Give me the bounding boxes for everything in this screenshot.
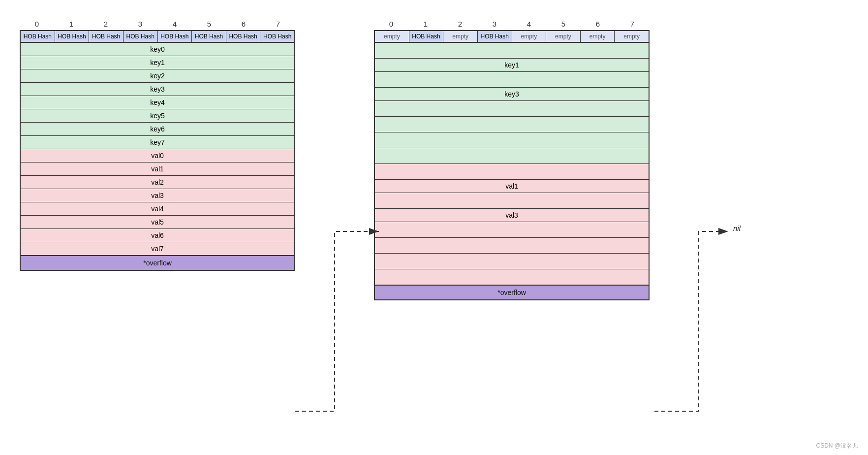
- left-key-row-6: key6: [21, 123, 294, 136]
- right-val-row-2: [375, 193, 649, 209]
- right-index-3: 3: [477, 20, 512, 28]
- right-hob-4: empty: [512, 31, 547, 42]
- right-key-row-0: [375, 43, 649, 59]
- left-val-row-3: val3: [21, 189, 294, 202]
- right-key-row-5: [375, 117, 649, 132]
- left-val-row-7: val7: [21, 242, 294, 256]
- left-key-row-7: key7: [21, 136, 294, 149]
- right-val-row-5: [375, 238, 649, 254]
- left-val-3: val3: [21, 189, 294, 202]
- right-key-2: [375, 72, 649, 87]
- right-hob-2: empty: [443, 31, 478, 42]
- right-key-row-4: [375, 101, 649, 117]
- left-key-row-3: key3: [21, 83, 294, 96]
- right-index-1: 1: [408, 20, 443, 28]
- right-key-1: key1: [375, 59, 649, 71]
- left-hob-0: HOB Hash: [21, 31, 55, 42]
- left-val-row-2: val2: [21, 176, 294, 189]
- left-hob-4: HOB Hash: [158, 31, 192, 42]
- left-bucket-table: HOB Hash HOB Hash HOB Hash HOB Hash HOB …: [20, 30, 295, 271]
- left-key-3: key3: [21, 83, 294, 96]
- right-key-4: [375, 101, 649, 116]
- right-val-1: val1: [375, 180, 649, 193]
- left-index-1: 1: [54, 20, 89, 28]
- left-index-0: 0: [20, 20, 54, 28]
- right-hob-3: HOB Hash: [478, 31, 512, 42]
- right-overflow: *overflow: [375, 286, 649, 299]
- left-index-7: 7: [261, 20, 295, 28]
- left-index-5: 5: [192, 20, 226, 28]
- left-val-row-1: val1: [21, 162, 294, 176]
- left-key-0: key0: [21, 43, 294, 56]
- right-hob-5: empty: [546, 31, 581, 42]
- left-key-row-0: key0: [21, 43, 294, 56]
- left-key-7: key7: [21, 136, 294, 149]
- right-hob-0: empty: [375, 31, 409, 42]
- left-val-0: val0: [21, 149, 294, 162]
- right-val-row-1: val1: [375, 180, 649, 193]
- right-index-0: 0: [374, 20, 408, 28]
- right-val-6: [375, 254, 649, 269]
- left-index-4: 4: [157, 20, 192, 28]
- left-overflow-row: *overflow: [21, 256, 294, 270]
- right-key-row-6: [375, 132, 649, 148]
- left-val-4: val4: [21, 202, 294, 215]
- right-hob-7: empty: [615, 31, 649, 42]
- left-bucket: 0 1 2 3 4 5 6 7 HOB Hash HOB Hash HOB Ha…: [20, 20, 295, 271]
- left-hob-3: HOB Hash: [124, 31, 158, 42]
- left-key-4: key4: [21, 96, 294, 109]
- right-val-4: [375, 222, 649, 237]
- left-hob-7: HOB Hash: [260, 31, 294, 42]
- left-key-row-2: key2: [21, 69, 294, 83]
- right-key-row-2: [375, 72, 649, 88]
- right-bucket: 0 1 2 3 4 5 6 7 empty HOB Hash empty HOB…: [374, 20, 650, 300]
- right-index-row: 0 1 2 3 4 5 6 7: [374, 20, 650, 28]
- right-val-row-4: [375, 222, 649, 238]
- left-hob-6: HOB Hash: [226, 31, 261, 42]
- left-hob-2: HOB Hash: [89, 31, 124, 42]
- left-key-6: key6: [21, 123, 294, 135]
- left-index-2: 2: [89, 20, 123, 28]
- right-val-7: [375, 269, 649, 285]
- right-key-row-7: [375, 148, 649, 164]
- right-index-5: 5: [546, 20, 581, 28]
- left-val-5: val5: [21, 216, 294, 228]
- right-index-6: 6: [581, 20, 615, 28]
- left-hob-row: HOB Hash HOB Hash HOB Hash HOB Hash HOB …: [21, 31, 294, 43]
- left-key-row-1: key1: [21, 56, 294, 69]
- right-bucket-table: empty HOB Hash empty HOB Hash empty empt…: [374, 30, 650, 300]
- right-hob-6: empty: [581, 31, 615, 42]
- left-val-1: val1: [21, 162, 294, 175]
- right-key-7: [375, 148, 649, 163]
- right-key-3: key3: [375, 88, 649, 100]
- right-key-6: [375, 132, 649, 148]
- left-val-7: val7: [21, 242, 294, 255]
- left-val-row-6: val6: [21, 229, 294, 242]
- left-overflow: *overflow: [21, 256, 294, 270]
- right-overflow-row: *overflow: [375, 285, 649, 299]
- left-val-2: val2: [21, 176, 294, 189]
- left-key-row-4: key4: [21, 96, 294, 109]
- right-key-0: [375, 43, 649, 58]
- left-key-row-5: key5: [21, 109, 294, 123]
- right-key-row-3: key3: [375, 88, 649, 101]
- right-val-5: [375, 238, 649, 253]
- right-val-2: [375, 193, 649, 208]
- right-val-3: val3: [375, 209, 649, 222]
- left-val-row-4: val4: [21, 202, 294, 216]
- left-hob-1: HOB Hash: [55, 31, 90, 42]
- right-val-0: [375, 164, 649, 179]
- left-val-6: val6: [21, 229, 294, 242]
- left-val-row-5: val5: [21, 216, 294, 229]
- nil-label: nil: [733, 224, 741, 232]
- right-val-row-7: [375, 269, 649, 285]
- left-index-3: 3: [123, 20, 157, 28]
- right-val-row-0: [375, 164, 649, 180]
- left-key-5: key5: [21, 109, 294, 122]
- right-index-7: 7: [615, 20, 650, 28]
- left-val-row-0: val0: [21, 149, 294, 162]
- right-index-4: 4: [512, 20, 546, 28]
- left-key-2: key2: [21, 69, 294, 82]
- left-index-row: 0 1 2 3 4 5 6 7: [20, 20, 295, 28]
- right-index-2: 2: [443, 20, 477, 28]
